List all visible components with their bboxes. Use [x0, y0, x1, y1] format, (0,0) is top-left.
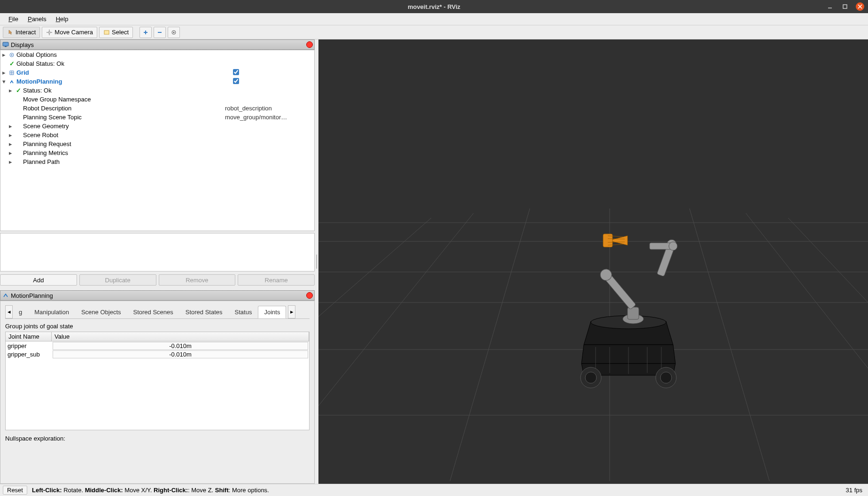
menubar: File Panels Help [0, 13, 868, 25]
grid-icon [8, 70, 16, 76]
displays-icon [2, 41, 9, 48]
gear-icon [8, 52, 16, 58]
tree-item-scene-topic[interactable]: Planning Scene Topic [22, 114, 82, 121]
select-button[interactable]: Select [99, 27, 133, 38]
move-camera-label: Move Camera [54, 29, 93, 36]
rename-button: Rename [238, 274, 315, 286]
tree-item-motion-planning[interactable]: MotionPlanning [16, 78, 62, 85]
expand-arrow-icon[interactable]: ▸ [9, 158, 15, 165]
tree-item-scene-geometry[interactable]: Scene Geometry [22, 123, 69, 130]
tree-value-robot-desc[interactable]: robot_description [225, 105, 314, 112]
displays-tree[interactable]: ▸Global Options ✓Global Status: Ok ▸Grid… [0, 50, 315, 231]
add-button[interactable]: Add [0, 274, 77, 286]
interact-icon [7, 29, 14, 36]
menu-panels[interactable]: Panels [23, 15, 51, 23]
horizontal-splitter[interactable] [315, 39, 318, 484]
window-titlebar: moveit.rviz* - RViz [0, 0, 868, 13]
move-camera-button[interactable]: Move Camera [42, 27, 97, 38]
tab-stored-scenes[interactable]: Stored Scenes [127, 306, 179, 318]
close-button[interactable] [856, 2, 864, 11]
col-value[interactable]: Value [52, 332, 309, 341]
svg-rect-9 [104, 31, 109, 34]
tree-item-global-options[interactable]: Global Options [16, 51, 57, 58]
reset-button[interactable]: Reset [3, 486, 27, 495]
tree-item-move-group-ns[interactable]: Move Group Namespace [22, 96, 91, 103]
svg-line-28 [318, 213, 473, 406]
expand-arrow-icon[interactable]: ▸ [9, 87, 15, 94]
grid-checkbox[interactable] [233, 69, 239, 75]
minimize-button[interactable] [826, 2, 834, 11]
svg-line-30 [318, 218, 431, 317]
displays-close-button[interactable] [306, 41, 313, 48]
expand-arrow-icon[interactable]: ▸ [9, 132, 15, 139]
joint-value-slider[interactable]: -0.010m [53, 342, 308, 350]
nullspace-label: Nullspace exploration: [5, 435, 310, 442]
expand-arrow-icon[interactable]: ▸ [2, 51, 8, 58]
hints-text: Left-Click: Rotate. Middle-Click: Move X… [32, 487, 269, 494]
joint-name-cell: gripper_sub [6, 351, 52, 358]
svg-point-18 [11, 54, 13, 55]
displays-title: Displays [11, 41, 34, 48]
motion-planning-panel-icon [2, 292, 9, 299]
tree-item-robot-desc[interactable]: Robot Description [22, 105, 71, 112]
expand-arrow-icon[interactable]: ▸ [9, 140, 15, 147]
interact-button[interactable]: Interact [3, 27, 40, 38]
expand-arrow-icon[interactable]: ▸ [2, 69, 8, 76]
ground-grid [318, 39, 868, 481]
svg-line-26 [450, 209, 530, 481]
svg-point-14 [173, 31, 175, 33]
description-box [0, 233, 315, 271]
gripper-icon [603, 234, 628, 247]
plus-icon [142, 29, 149, 36]
tab-manipulation[interactable]: Manipulation [28, 306, 75, 318]
menu-file[interactable]: File [4, 15, 23, 23]
displays-panel-header[interactable]: Displays [0, 39, 315, 50]
tree-item-global-status[interactable]: Global Status: Ok [16, 60, 64, 67]
joint-value-slider[interactable]: -0.010m [53, 350, 308, 358]
move-camera-icon [46, 29, 53, 36]
tabs-row: ◂ g Manipulation Scene Objects Stored Sc… [5, 305, 310, 319]
tree-item-grid[interactable]: Grid [16, 69, 29, 76]
toolbar: Interact Move Camera Select [0, 25, 868, 39]
focus-camera-button[interactable] [140, 27, 152, 38]
motion-planning-icon [8, 79, 16, 85]
tab-scroll-left[interactable]: ◂ [5, 305, 13, 318]
statusbar: Reset Left-Click: Rotate. Middle-Click: … [0, 484, 868, 496]
remove-button: Remove [159, 274, 236, 286]
col-joint-name[interactable]: Joint Name [6, 332, 52, 341]
motion-planning-checkbox[interactable] [233, 78, 239, 84]
tree-item-planning-metrics[interactable]: Planning Metrics [22, 149, 68, 156]
tree-item-planned-path[interactable]: Planned Path [22, 158, 60, 165]
motion-planning-close-button[interactable] [306, 292, 313, 299]
check-icon: ✓ [8, 60, 16, 67]
expand-arrow-icon[interactable]: ▸ [9, 123, 15, 130]
svg-rect-16 [5, 46, 7, 47]
motion-planning-panel-header[interactable]: MotionPlanning [0, 290, 315, 301]
tree-item-scene-robot[interactable]: Scene Robot [22, 132, 58, 139]
fps-label: 31 fps [846, 487, 865, 494]
menu-help[interactable]: Help [51, 15, 73, 23]
tab-joints[interactable]: Joints [258, 306, 286, 318]
tree-item-planning-request[interactable]: Planning Request [22, 140, 71, 147]
tab-status[interactable]: Status [229, 306, 258, 318]
svg-rect-15 [3, 42, 8, 46]
tab-stored-states[interactable]: Stored States [179, 306, 229, 318]
collapse-arrow-icon[interactable]: ▾ [2, 78, 8, 85]
duplicate-button: Duplicate [79, 274, 156, 286]
check-icon: ✓ [15, 87, 22, 94]
maximize-button[interactable] [841, 2, 849, 11]
tab-truncated[interactable]: g [13, 306, 28, 318]
tree-value-scene-topic[interactable]: move_group/monitor… [225, 114, 314, 121]
select-label: Select [112, 29, 129, 36]
measure-button[interactable] [154, 27, 166, 38]
tab-scene-objects[interactable]: Scene Objects [75, 306, 127, 318]
svg-point-44 [660, 372, 672, 383]
3d-viewport[interactable] [318, 39, 868, 484]
joint-name-cell: gripper [6, 342, 52, 349]
tree-item-status[interactable]: Status: Ok [22, 87, 52, 94]
2d-nav-button[interactable] [168, 27, 180, 38]
svg-point-4 [48, 31, 50, 33]
svg-rect-46 [628, 307, 639, 319]
expand-arrow-icon[interactable]: ▸ [9, 149, 15, 156]
tab-scroll-right[interactable]: ▸ [288, 305, 295, 318]
